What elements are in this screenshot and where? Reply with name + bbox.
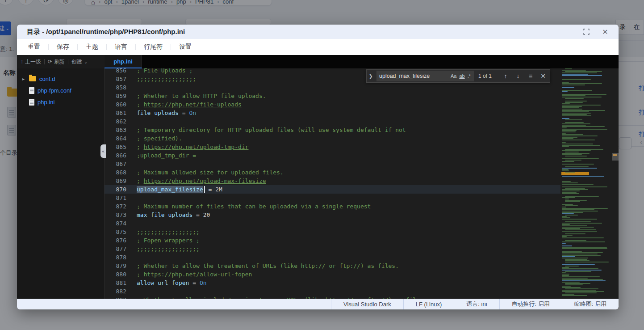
minimap-line bbox=[562, 287, 581, 288]
code-line: 874 bbox=[105, 219, 560, 228]
minimap-line bbox=[562, 208, 608, 209]
minimap-line bbox=[562, 268, 598, 269]
code-line: 871 bbox=[105, 194, 560, 202]
minimap-line bbox=[562, 291, 604, 292]
minimap-line bbox=[562, 227, 594, 228]
status-item-1: LF (Linux) bbox=[403, 299, 454, 309]
minimap-line bbox=[565, 215, 578, 216]
minimap-line bbox=[562, 83, 602, 84]
minimap-line bbox=[562, 70, 586, 71]
toolbar-button-2[interactable]: 主题 bbox=[78, 43, 106, 51]
toolbar-button-0[interactable]: 重置 bbox=[20, 43, 48, 51]
toolbar-button-4[interactable]: 行尾符 bbox=[136, 43, 171, 51]
minimap-line bbox=[565, 271, 591, 272]
tree-item-php.ini[interactable]: ▸php.ini bbox=[17, 96, 104, 108]
code-lines: 856; File Uploads ;857;;;;;;;;;;;;;;;;;8… bbox=[105, 68, 560, 299]
code-line: 877;;;;;;;;;;;;;;;;;; bbox=[105, 245, 560, 253]
minimap-line bbox=[562, 258, 588, 258]
minimap-line bbox=[562, 193, 579, 194]
code-line: 861file_uploads = On bbox=[105, 109, 560, 117]
regex-toggle[interactable]: .* bbox=[466, 73, 472, 79]
toggle-replace-icon[interactable]: ❯ bbox=[368, 73, 374, 79]
code-line: 881allow_url_fopen = On bbox=[105, 279, 560, 287]
line-number: 869 bbox=[105, 177, 126, 185]
minimap-line bbox=[565, 166, 589, 167]
minimap-line bbox=[565, 292, 597, 293]
minimap-line bbox=[562, 280, 606, 281]
minimap-line bbox=[562, 169, 569, 170]
minimap-line bbox=[562, 145, 600, 146]
minimap-line bbox=[562, 186, 607, 187]
minimap-line bbox=[562, 207, 566, 207]
minimap-line bbox=[562, 105, 601, 106]
minimap-line bbox=[565, 260, 590, 261]
line-number: 879 bbox=[105, 262, 126, 270]
create-dropdown[interactable]: 创建 ⌄ bbox=[71, 58, 88, 66]
tab-php.ini[interactable]: php.ini bbox=[105, 55, 142, 68]
minimap-line bbox=[562, 146, 569, 147]
tree-item-label: conf.d bbox=[39, 76, 55, 82]
minimap-line bbox=[562, 212, 583, 213]
minimap-line bbox=[565, 119, 582, 120]
minimap-line bbox=[562, 125, 586, 126]
code-line: 866;upload_tmp_dir = bbox=[105, 151, 560, 160]
minimap[interactable] bbox=[560, 68, 619, 299]
minimap-line bbox=[565, 101, 587, 102]
tree-item-php-fpm.conf[interactable]: ▸php-fpm.conf bbox=[17, 85, 104, 96]
minimap-line bbox=[562, 110, 605, 111]
file-tree: ▸conf.d▸php-fpm.conf▸php.ini bbox=[17, 68, 105, 299]
minimap-line bbox=[562, 91, 568, 92]
file-tree-toolbar: ↑ 上一级 ⟳ 刷新 创建 ⌄ bbox=[17, 55, 105, 68]
match-case-toggle[interactable]: Aa bbox=[449, 73, 458, 79]
minimap-line bbox=[562, 164, 594, 165]
line-number: 864 bbox=[105, 134, 126, 143]
next-match-icon[interactable]: ↓ bbox=[513, 71, 523, 81]
minimap-line bbox=[565, 200, 587, 201]
minimap-line bbox=[562, 154, 582, 155]
minimap-line bbox=[565, 229, 596, 230]
minimap-line bbox=[565, 199, 569, 199]
status-bar: Visual Studio DarkLF (Linux)语言: ini自动换行:… bbox=[17, 299, 619, 309]
tree-item-conf.d[interactable]: ▸conf.d bbox=[17, 73, 104, 85]
code-line: 882 bbox=[105, 287, 560, 296]
minimap-line bbox=[565, 149, 603, 150]
minimap-line bbox=[562, 286, 571, 287]
find-widget: ❯ Aa ab .* 1 of 1 ↑ ↓ ≡ ✕ bbox=[366, 69, 550, 83]
minimap-line bbox=[562, 278, 588, 279]
minimap-line bbox=[562, 94, 606, 95]
minimap-line bbox=[565, 259, 587, 260]
minimap-line bbox=[562, 134, 583, 135]
up-level-button[interactable]: ↑ 上一级 bbox=[21, 58, 41, 66]
find-in-selection-icon[interactable]: ≡ bbox=[526, 71, 535, 81]
minimap-line bbox=[562, 236, 567, 237]
toolbar-button-3[interactable]: 语言 bbox=[107, 43, 135, 51]
minimap-line bbox=[562, 251, 582, 252]
minimap-line bbox=[562, 209, 594, 210]
minimap-line bbox=[562, 225, 587, 226]
line-number: 880 bbox=[105, 270, 126, 279]
toolbar-button-1[interactable]: 保存 bbox=[49, 43, 77, 51]
minimap-line bbox=[562, 252, 603, 253]
toolbar-button-5[interactable]: 设置 bbox=[171, 43, 200, 51]
minimap-line bbox=[562, 126, 605, 127]
whole-word-toggle[interactable]: ab bbox=[458, 73, 466, 79]
close-icon[interactable]: ✕ bbox=[602, 28, 609, 35]
expand-arrow-icon: ▸ bbox=[22, 76, 26, 81]
vertical-scrollbar[interactable] bbox=[612, 153, 619, 161]
code-line: 858 bbox=[105, 83, 560, 92]
tree-collapse-handle[interactable]: « bbox=[100, 144, 106, 158]
line-number: 875 bbox=[105, 228, 126, 236]
refresh-button[interactable]: ⟳ 刷新 bbox=[48, 58, 65, 66]
file-editor-modal: 目录 - /opt/1panel/runtime/php/PHP81/conf/… bbox=[17, 25, 619, 309]
close-find-icon[interactable]: ✕ bbox=[538, 71, 548, 81]
minimap-line bbox=[562, 74, 588, 75]
code-editor[interactable]: 856; File Uploads ;857;;;;;;;;;;;;;;;;;8… bbox=[105, 68, 560, 299]
minimap-line bbox=[562, 197, 575, 198]
file-icon bbox=[29, 87, 34, 94]
minimap-line bbox=[562, 235, 573, 236]
minimap-line bbox=[562, 211, 598, 212]
fullscreen-icon[interactable] bbox=[583, 28, 590, 35]
find-input[interactable] bbox=[379, 73, 449, 79]
previous-match-icon[interactable]: ↑ bbox=[501, 71, 510, 81]
tree-item-label: php-fpm.conf bbox=[38, 87, 71, 94]
